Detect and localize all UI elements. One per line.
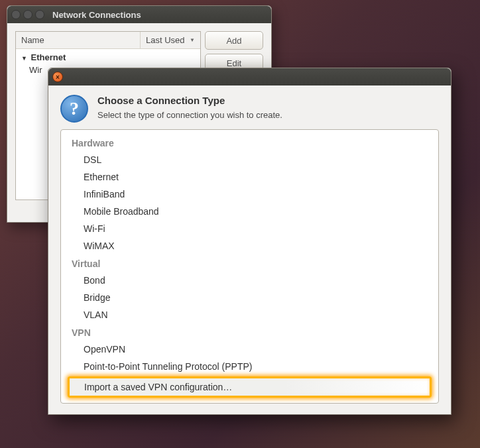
- add-button[interactable]: Add: [205, 31, 263, 50]
- dialog-titlebar: ×: [48, 68, 451, 85]
- close-icon[interactable]: ×: [52, 72, 63, 82]
- dialog-subtitle: Select the type of connection you wish t…: [97, 110, 282, 120]
- type-mobile-broadband[interactable]: Mobile Broadband: [65, 203, 434, 220]
- column-last-used[interactable]: Last Used ▼: [141, 32, 200, 48]
- type-infiniband[interactable]: InfiniBand: [65, 186, 434, 203]
- choose-connection-dialog: × ? Choose a Connection Type Select the …: [48, 68, 451, 415]
- column-last-used-label: Last Used: [146, 35, 185, 45]
- close-icon[interactable]: [11, 10, 21, 19]
- window-title: Network Connections: [52, 10, 141, 20]
- expand-icon: ▼: [21, 55, 27, 62]
- list-header: Name Last Used ▼: [16, 32, 200, 49]
- sort-caret-icon: ▼: [190, 37, 195, 43]
- type-ethernet[interactable]: Ethernet: [65, 168, 434, 186]
- dialog-header-text: Choose a Connection Type Select the type…: [97, 95, 282, 120]
- type-vlan[interactable]: VLAN: [65, 306, 434, 323]
- dialog-body: ? Choose a Connection Type Select the ty…: [48, 85, 451, 414]
- group-hardware: Hardware: [65, 134, 434, 151]
- type-openvpn[interactable]: OpenVPN: [65, 341, 434, 358]
- column-name[interactable]: Name: [16, 32, 141, 48]
- question-icon: ?: [60, 95, 88, 123]
- maximize-icon[interactable]: [35, 10, 44, 19]
- dialog-header: ? Choose a Connection Type Select the ty…: [60, 95, 439, 123]
- type-bond[interactable]: Bond: [65, 272, 434, 289]
- dialog-title: Choose a Connection Type: [97, 95, 282, 106]
- group-label: Ethernet: [31, 52, 66, 62]
- list-group-ethernet[interactable]: ▼ Ethernet: [16, 51, 200, 64]
- connection-type-list[interactable]: Hardware DSL Ethernet InfiniBand Mobile …: [60, 129, 439, 404]
- type-dsl[interactable]: DSL: [65, 151, 434, 168]
- type-import-vpn[interactable]: Import a saved VPN configuration…: [70, 378, 430, 396]
- type-wifi[interactable]: Wi-Fi: [65, 220, 434, 237]
- group-virtual: Virtual: [65, 254, 434, 272]
- highlighted-option: Import a saved VPN configuration…: [68, 376, 432, 398]
- window-titlebar: Network Connections: [7, 6, 271, 23]
- minimize-icon[interactable]: [23, 10, 32, 19]
- type-pptp[interactable]: Point-to-Point Tunneling Protocol (PPTP): [65, 358, 434, 375]
- type-bridge[interactable]: Bridge: [65, 289, 434, 306]
- type-wimax[interactable]: WiMAX: [65, 237, 434, 254]
- group-vpn: VPN: [65, 323, 434, 341]
